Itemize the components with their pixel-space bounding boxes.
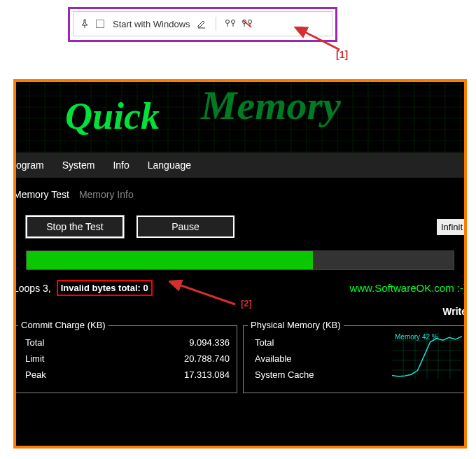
pause-button[interactable]: Pause	[136, 216, 234, 238]
physical-memory-title: Physical Memory (KB)	[248, 320, 344, 330]
annotation-label-1: [1]	[336, 49, 348, 60]
edit-icon[interactable]	[196, 18, 207, 29]
memory-chart: Memory 42 %	[392, 332, 462, 379]
tab-memory-test[interactable]: Memory Test	[13, 189, 69, 200]
commit-limit: Limit20.788.740	[21, 353, 230, 364]
menu-system[interactable]: System	[59, 158, 98, 172]
website-url: www.SoftwareOK.com :-)	[349, 282, 467, 294]
separator	[216, 17, 216, 31]
banner-word-1: Quick	[65, 94, 160, 138]
app-window: Memory Quick ogram System Info Language …	[13, 79, 467, 449]
menu-language[interactable]: Language	[145, 158, 194, 172]
menu-info[interactable]: Info	[110, 158, 132, 172]
svg-point-3	[248, 20, 251, 24]
memory-chart-label: Memory 42 %	[395, 333, 438, 341]
start-with-windows-label: Start with Windows	[113, 19, 190, 29]
pin-icon[interactable]	[79, 18, 90, 29]
tool-icon-1[interactable]	[225, 18, 236, 29]
commit-peak: Peak17.313.084	[21, 369, 230, 380]
status-row: Loops 3, Invalid bytes total: 0 www.Soft…	[13, 274, 467, 302]
menubar: ogram System Info Language	[13, 153, 467, 178]
annotation-label-2: [2]	[241, 298, 252, 309]
app-banner: Memory Quick	[13, 79, 467, 153]
content-area: Memory Test Memory Info Stop the Test Pa…	[13, 178, 467, 393]
annotation-arrow-2	[169, 280, 239, 309]
svg-point-1	[231, 20, 234, 24]
infinite-toggle[interactable]: Infinit	[437, 219, 467, 235]
tab-memory-info[interactable]: Memory Info	[79, 189, 134, 200]
banner-word-2: Memory	[201, 82, 341, 129]
progress-fill	[27, 251, 313, 269]
commit-charge-title: Commit Charge (KB)	[18, 320, 108, 330]
menu-program[interactable]: ogram	[13, 158, 47, 172]
test-controls: Stop the Test Pause Infinit	[13, 204, 467, 246]
tabs: Memory Test Memory Info	[13, 185, 467, 204]
progress-bar	[26, 250, 454, 270]
commit-charge-group: Commit Charge (KB) Total9.094.336 Limit2…	[13, 325, 237, 393]
tool-icon-2[interactable]	[241, 18, 253, 29]
physical-memory-group: Physical Memory (KB) Total Available Sys…	[243, 325, 467, 393]
svg-point-0	[225, 20, 229, 24]
loops-text: Loops 3,	[13, 283, 51, 294]
invalid-bytes-box: Invalid bytes total: 0	[57, 280, 153, 296]
stats-groups: Commit Charge (KB) Total9.094.336 Limit2…	[13, 325, 467, 393]
start-with-windows-checkbox[interactable]	[96, 20, 104, 28]
commit-total: Total9.094.336	[21, 337, 230, 348]
stop-test-button[interactable]: Stop the Test	[26, 216, 124, 238]
